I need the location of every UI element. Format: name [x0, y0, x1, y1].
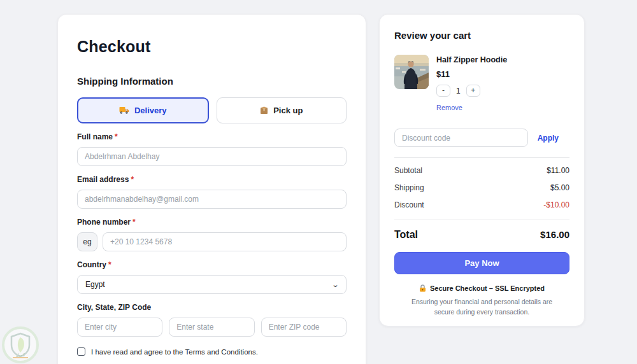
quantity-value: 1	[456, 87, 461, 95]
zip-input[interactable]	[261, 318, 347, 337]
product-image	[394, 55, 429, 89]
city-state-zip-label: City, State, ZIP Code	[77, 303, 347, 312]
lock-icon	[419, 284, 426, 292]
product-name: Half Zipper Hoodie	[436, 55, 507, 64]
truck-icon	[119, 106, 129, 115]
order-summary: Subtotal $11.00 Shipping $5.00 Discount …	[394, 166, 569, 209]
summary-row-subtotal: Subtotal $11.00	[394, 166, 569, 175]
cart-card: Review your cart Half Zipper Hoodie	[379, 14, 585, 326]
required-asterisk: *	[108, 260, 111, 269]
total-label: Total	[394, 229, 418, 241]
secure-checkout-label: Secure Checkout – SSL Encrypted	[430, 284, 545, 292]
full-name-field-group: Full name*	[77, 132, 347, 166]
total-value: $16.00	[540, 229, 569, 240]
phone-input[interactable]	[103, 232, 347, 251]
secure-checkout-note: Ensuring your financial and personal det…	[403, 297, 561, 318]
divider	[394, 157, 569, 158]
product-price: $11	[436, 69, 507, 79]
country-field-group: Country* Egypt ⌄	[77, 260, 347, 294]
delivery-button[interactable]: Delivery	[77, 97, 209, 123]
country-select[interactable]: Egypt ⌄	[77, 275, 347, 294]
country-label: Country*	[77, 260, 347, 269]
quantity-stepper: - 1 +	[436, 85, 507, 97]
chevron-down-icon: ⌄	[331, 281, 339, 288]
cart-title: Review your cart	[394, 30, 569, 41]
terms-row: I have read and agree to the Terms and C…	[77, 347, 347, 356]
quantity-increase-button[interactable]: +	[466, 85, 480, 97]
secure-checkout-row: Secure Checkout – SSL Encrypted	[394, 284, 569, 292]
terms-checkbox[interactable]	[77, 347, 85, 356]
summary-row-shipping: Shipping $5.00	[394, 183, 569, 192]
apply-discount-button[interactable]: Apply	[538, 134, 559, 143]
email-label: Email address*	[77, 175, 347, 184]
phone-field-group: Phone number* eg	[77, 218, 347, 251]
terms-label: I have read and agree to the Terms and C…	[91, 348, 258, 356]
svg-text:كميل: كميل	[16, 353, 25, 358]
pickup-button-label: Pick up	[273, 106, 303, 115]
phone-label: Phone number*	[77, 218, 347, 227]
full-name-input[interactable]	[77, 147, 347, 166]
divider	[394, 220, 569, 220]
quantity-decrease-button[interactable]: -	[436, 85, 450, 97]
cart-item: Half Zipper Hoodie $11 - 1 + Remove	[394, 55, 569, 113]
remove-item-link[interactable]: Remove	[436, 104, 462, 111]
city-state-zip-field-group: City, State, ZIP Code	[77, 303, 347, 337]
email-field-group: Email address*	[77, 175, 347, 209]
checkout-card: Checkout Shipping Information Delivery	[57, 14, 366, 364]
discount-row: Apply	[394, 129, 569, 147]
city-input[interactable]	[77, 318, 162, 337]
required-asterisk: *	[132, 218, 136, 227]
full-name-label: Full name*	[77, 132, 347, 141]
site-watermark-logo: كميل	[1, 326, 39, 364]
total-row: Total $16.00	[394, 229, 569, 241]
state-input[interactable]	[169, 318, 254, 337]
shipping-section-title: Shipping Information	[77, 76, 347, 87]
delivery-button-label: Delivery	[134, 106, 167, 115]
pay-now-button[interactable]: Pay Now	[394, 252, 569, 274]
required-asterisk: *	[115, 132, 118, 141]
country-select-value: Egypt	[85, 280, 105, 289]
discount-code-input[interactable]	[394, 129, 528, 147]
package-icon	[260, 106, 268, 115]
page-title: Checkout	[77, 38, 347, 56]
shipping-method-toggle: Delivery Pick up	[77, 97, 347, 123]
phone-country-prefix[interactable]: eg	[77, 232, 97, 251]
email-input[interactable]	[77, 190, 347, 209]
required-asterisk: *	[131, 175, 134, 184]
pickup-button[interactable]: Pick up	[217, 97, 347, 123]
summary-row-discount: Discount -$10.00	[394, 200, 569, 209]
